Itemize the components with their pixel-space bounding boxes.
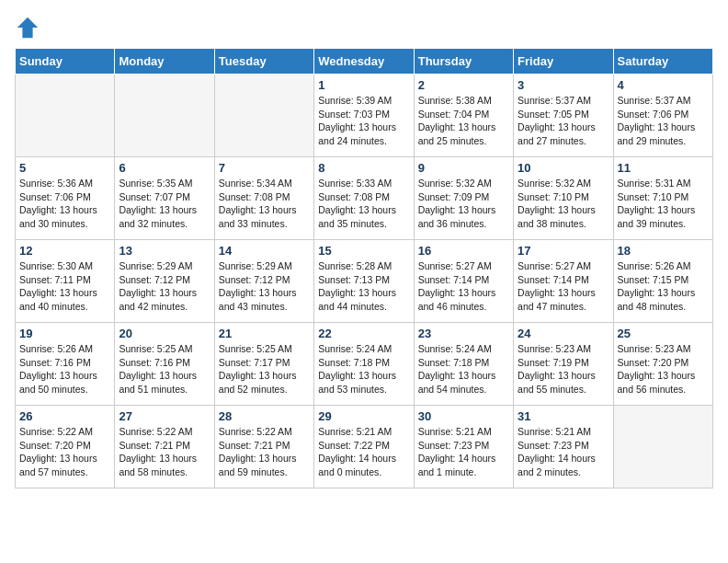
day-info: Sunrise: 5:29 AMSunset: 7:12 PMDaylight:… (119, 259, 210, 314)
day-number: 14 (219, 244, 310, 258)
day-info: Sunrise: 5:25 AMSunset: 7:16 PMDaylight:… (119, 342, 210, 396)
calendar-cell (115, 75, 214, 157)
day-info: Sunrise: 5:38 AMSunset: 7:04 PMDaylight:… (418, 94, 509, 148)
day-number: 31 (518, 409, 609, 423)
calendar-header-row: SundayMondayTuesdayWednesdayThursdayFrid… (16, 49, 713, 75)
day-number: 2 (418, 78, 509, 92)
calendar-cell: 18Sunrise: 5:26 AMSunset: 7:15 PMDayligh… (613, 240, 712, 323)
day-info: Sunrise: 5:24 AMSunset: 7:18 PMDaylight:… (318, 342, 409, 396)
calendar-cell: 22Sunrise: 5:24 AMSunset: 7:18 PMDayligh… (314, 323, 414, 406)
day-info: Sunrise: 5:22 AMSunset: 7:21 PMDaylight:… (219, 425, 310, 479)
calendar-cell: 29Sunrise: 5:21 AMSunset: 7:22 PMDayligh… (314, 406, 414, 488)
week-row-3: 12Sunrise: 5:30 AMSunset: 7:11 PMDayligh… (16, 240, 713, 323)
week-row-4: 19Sunrise: 5:26 AMSunset: 7:16 PMDayligh… (16, 323, 713, 406)
day-number: 23 (418, 327, 509, 340)
day-info: Sunrise: 5:23 AMSunset: 7:20 PMDaylight:… (618, 342, 709, 396)
calendar-cell: 16Sunrise: 5:27 AMSunset: 7:14 PMDayligh… (414, 240, 513, 323)
day-info: Sunrise: 5:27 AMSunset: 7:14 PMDaylight:… (518, 259, 609, 314)
calendar-cell: 24Sunrise: 5:23 AMSunset: 7:19 PMDayligh… (514, 323, 613, 406)
header-saturday: Saturday (613, 49, 712, 75)
day-number: 29 (318, 409, 409, 423)
calendar-cell: 8Sunrise: 5:33 AMSunset: 7:08 PMDaylight… (314, 157, 414, 240)
calendar-cell: 4Sunrise: 5:37 AMSunset: 7:06 PMDaylight… (613, 75, 712, 157)
day-number: 11 (618, 161, 709, 175)
header-tuesday: Tuesday (214, 49, 313, 75)
header-sunday: Sunday (16, 49, 115, 75)
calendar-cell (16, 75, 115, 157)
day-info: Sunrise: 5:37 AMSunset: 7:05 PMDaylight:… (518, 94, 609, 148)
day-number: 10 (518, 161, 609, 175)
day-number: 15 (318, 244, 409, 258)
week-row-2: 5Sunrise: 5:36 AMSunset: 7:06 PMDaylight… (16, 157, 713, 240)
day-info: Sunrise: 5:32 AMSunset: 7:09 PMDaylight:… (418, 177, 509, 231)
calendar-cell: 11Sunrise: 5:31 AMSunset: 7:10 PMDayligh… (613, 157, 712, 240)
day-info: Sunrise: 5:25 AMSunset: 7:17 PMDaylight:… (219, 342, 310, 396)
day-number: 25 (618, 327, 709, 340)
day-number: 8 (318, 161, 409, 175)
day-number: 24 (518, 327, 609, 340)
day-info: Sunrise: 5:30 AMSunset: 7:11 PMDaylight:… (19, 259, 110, 314)
day-number: 30 (418, 409, 509, 423)
calendar-cell: 5Sunrise: 5:36 AMSunset: 7:06 PMDaylight… (16, 157, 115, 240)
calendar-cell: 6Sunrise: 5:35 AMSunset: 7:07 PMDaylight… (115, 157, 214, 240)
calendar-cell: 31Sunrise: 5:21 AMSunset: 7:23 PMDayligh… (514, 406, 613, 488)
day-number: 1 (318, 78, 409, 92)
day-number: 17 (518, 244, 609, 258)
calendar-cell: 14Sunrise: 5:29 AMSunset: 7:12 PMDayligh… (214, 240, 313, 323)
day-info: Sunrise: 5:35 AMSunset: 7:07 PMDaylight:… (119, 177, 210, 231)
day-info: Sunrise: 5:22 AMSunset: 7:20 PMDaylight:… (19, 425, 110, 479)
day-info: Sunrise: 5:37 AMSunset: 7:06 PMDaylight:… (618, 94, 709, 148)
calendar-cell: 10Sunrise: 5:32 AMSunset: 7:10 PMDayligh… (514, 157, 613, 240)
day-info: Sunrise: 5:34 AMSunset: 7:08 PMDaylight:… (219, 177, 310, 231)
day-info: Sunrise: 5:21 AMSunset: 7:22 PMDaylight:… (318, 425, 409, 479)
logo (15, 15, 44, 40)
header-wednesday: Wednesday (314, 49, 414, 75)
day-info: Sunrise: 5:29 AMSunset: 7:12 PMDaylight:… (219, 259, 310, 314)
day-number: 3 (518, 78, 609, 92)
calendar-cell: 7Sunrise: 5:34 AMSunset: 7:08 PMDaylight… (214, 157, 313, 240)
calendar-cell: 9Sunrise: 5:32 AMSunset: 7:09 PMDaylight… (414, 157, 513, 240)
day-info: Sunrise: 5:26 AMSunset: 7:15 PMDaylight:… (618, 259, 709, 314)
day-number: 27 (119, 409, 210, 423)
calendar-cell: 1Sunrise: 5:39 AMSunset: 7:03 PMDaylight… (314, 75, 414, 157)
day-info: Sunrise: 5:27 AMSunset: 7:14 PMDaylight:… (418, 259, 509, 314)
calendar-cell (613, 406, 712, 488)
header-thursday: Thursday (414, 49, 513, 75)
day-info: Sunrise: 5:21 AMSunset: 7:23 PMDaylight:… (418, 425, 509, 479)
day-info: Sunrise: 5:39 AMSunset: 7:03 PMDaylight:… (318, 94, 409, 148)
day-info: Sunrise: 5:22 AMSunset: 7:21 PMDaylight:… (119, 425, 210, 479)
day-info: Sunrise: 5:28 AMSunset: 7:13 PMDaylight:… (318, 259, 409, 314)
calendar-cell: 12Sunrise: 5:30 AMSunset: 7:11 PMDayligh… (16, 240, 115, 323)
day-number: 13 (119, 244, 210, 258)
calendar-cell: 28Sunrise: 5:22 AMSunset: 7:21 PMDayligh… (214, 406, 313, 488)
calendar-cell: 19Sunrise: 5:26 AMSunset: 7:16 PMDayligh… (16, 323, 115, 406)
calendar-cell: 13Sunrise: 5:29 AMSunset: 7:12 PMDayligh… (115, 240, 214, 323)
day-number: 18 (618, 244, 709, 258)
day-number: 12 (19, 244, 110, 258)
day-info: Sunrise: 5:31 AMSunset: 7:10 PMDaylight:… (618, 177, 709, 231)
day-number: 5 (19, 161, 110, 175)
day-info: Sunrise: 5:21 AMSunset: 7:23 PMDaylight:… (518, 425, 609, 479)
day-info: Sunrise: 5:33 AMSunset: 7:08 PMDaylight:… (318, 177, 409, 231)
day-info: Sunrise: 5:24 AMSunset: 7:18 PMDaylight:… (418, 342, 509, 396)
week-row-1: 1Sunrise: 5:39 AMSunset: 7:03 PMDaylight… (16, 75, 713, 157)
calendar: SundayMondayTuesdayWednesdayThursdayFrid… (15, 48, 713, 488)
day-info: Sunrise: 5:36 AMSunset: 7:06 PMDaylight:… (19, 177, 110, 231)
calendar-cell: 26Sunrise: 5:22 AMSunset: 7:20 PMDayligh… (16, 406, 115, 488)
day-number: 20 (119, 327, 210, 340)
day-number: 16 (418, 244, 509, 258)
calendar-cell: 3Sunrise: 5:37 AMSunset: 7:05 PMDaylight… (514, 75, 613, 157)
calendar-cell: 15Sunrise: 5:28 AMSunset: 7:13 PMDayligh… (314, 240, 414, 323)
header (15, 15, 713, 40)
calendar-cell: 25Sunrise: 5:23 AMSunset: 7:20 PMDayligh… (613, 323, 712, 406)
day-info: Sunrise: 5:26 AMSunset: 7:16 PMDaylight:… (19, 342, 110, 396)
day-number: 19 (19, 327, 110, 340)
day-number: 21 (219, 327, 310, 340)
day-number: 26 (19, 409, 110, 423)
day-number: 9 (418, 161, 509, 175)
logo-icon (15, 15, 40, 40)
calendar-cell: 17Sunrise: 5:27 AMSunset: 7:14 PMDayligh… (514, 240, 613, 323)
calendar-cell: 21Sunrise: 5:25 AMSunset: 7:17 PMDayligh… (214, 323, 313, 406)
calendar-cell: 27Sunrise: 5:22 AMSunset: 7:21 PMDayligh… (115, 406, 214, 488)
svg-marker-0 (17, 17, 38, 38)
